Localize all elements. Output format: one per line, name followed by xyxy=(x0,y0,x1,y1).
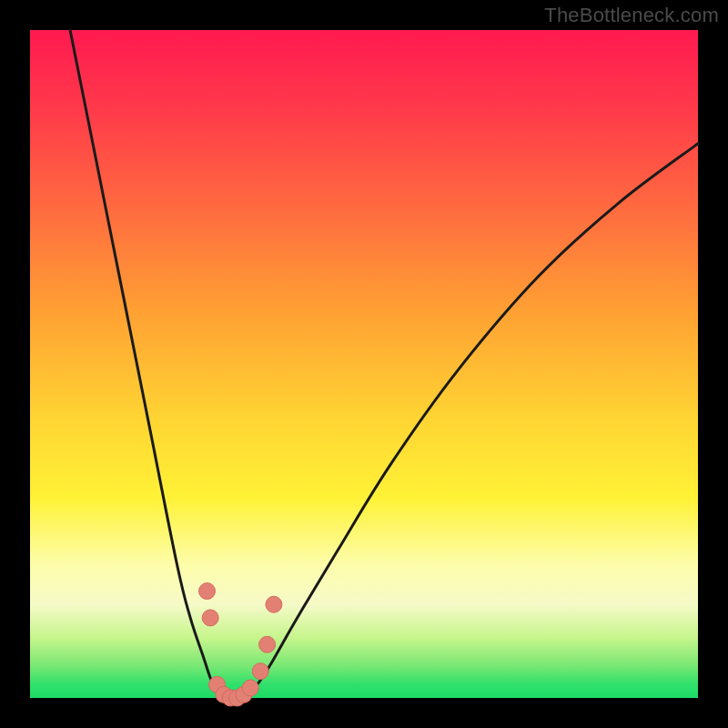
chart-svg xyxy=(30,30,698,698)
data-marker xyxy=(242,680,258,696)
curve-right-branch xyxy=(230,144,698,699)
curve-markers xyxy=(199,583,282,706)
data-marker xyxy=(199,583,216,600)
data-marker xyxy=(252,663,268,680)
data-marker xyxy=(259,636,276,652)
plot-area xyxy=(30,30,698,698)
data-marker xyxy=(266,596,282,612)
chart-frame: TheBottleneck.com xyxy=(0,0,728,728)
watermark-text: TheBottleneck.com xyxy=(544,4,719,27)
data-marker xyxy=(202,610,218,626)
